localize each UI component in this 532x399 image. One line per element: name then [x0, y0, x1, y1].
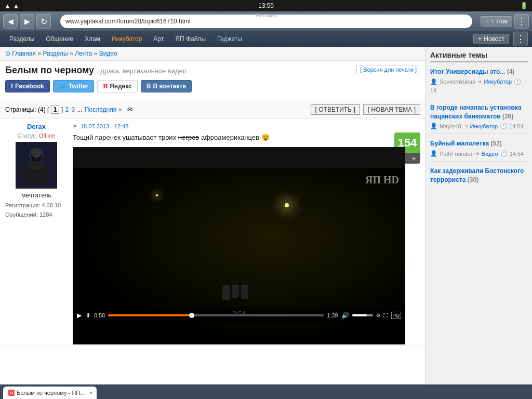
person-icon-3: 👤 [430, 150, 437, 157]
nav-more-button[interactable]: ⋮ [513, 32, 528, 46]
wifi-icon: ▲ ▲ [4, 2, 19, 10]
yandex-share-button[interactable]: Я Яндекс [97, 80, 137, 92]
post-area: Derax Статус: Offline меч [0, 118, 425, 346]
active-tab[interactable]: Я Белым по черному - ЯП... ✕ [3, 387, 97, 399]
avatar [16, 142, 57, 189]
sidebar-topic-2: В городе началась установка пацанских ба… [430, 103, 528, 135]
forward-button[interactable]: ▶ [20, 14, 34, 29]
article-subtitle: , драка, вертикальное видео [97, 67, 187, 75]
messages-count: Сообщений: 1284 [5, 210, 68, 220]
avatar-image [16, 142, 57, 189]
breadcrumb-home[interactable]: Главная [12, 50, 36, 57]
main-container: ⊙ Главная » Разделы » Лента » Видео [ Ве… [0, 47, 532, 384]
refresh-button[interactable]: ↻ [36, 14, 51, 29]
nav-hlam[interactable]: Хлам [79, 33, 105, 45]
person-icon-2: 👤 [430, 123, 437, 129]
reply-button[interactable]: [ ОТВЕТИТЬ ] [311, 104, 360, 115]
breadcrumb-razd[interactable]: Разделы [43, 50, 68, 57]
nav-art[interactable]: Арт [148, 33, 169, 45]
browser-toolbar: Реклама ◀ ▶ ↻ www.yaplakal.com/forum28/t… [0, 11, 532, 31]
reg-date: Регистрация: 4.08.10 [5, 201, 68, 210]
post-text-strike: негров [178, 134, 200, 141]
page-3-link[interactable]: 3 [71, 106, 75, 113]
volume-icon[interactable]: 🔊 [341, 312, 349, 319]
nav-gadgets[interactable]: Гаджеты [212, 33, 247, 45]
status-time: 13:55 [258, 2, 274, 9]
facebook-icon: f [11, 83, 13, 90]
breadcrumb-video[interactable]: Видео [99, 50, 117, 57]
share-buttons: f Facebook 🐦 Twitter Я Яндекс В В контак… [5, 80, 420, 92]
url-text: www.yaplakal.com/forum28/topic616710.htm… [65, 18, 191, 25]
breadcrumb-lenta[interactable]: Лента [75, 50, 92, 57]
progress-fill [108, 314, 194, 316]
vkontakte-label: В контакте [153, 83, 186, 90]
print-version-link[interactable]: [ Версия для печати ] [356, 65, 420, 74]
hq-icon[interactable]: HQ [391, 312, 402, 319]
content-area: ⊙ Главная » Разделы » Лента » Видео [ Ве… [0, 47, 425, 384]
video-player[interactable]: ЯП HD 0:54 ▶ ⏸ 0:58 1:39 🔊 [73, 147, 405, 324]
nav-menu: Разделы Общение Хлам Инкубатор Арт ЯП Фа… [0, 31, 532, 47]
pages-label: Страницы: [5, 106, 36, 113]
nav-obsh[interactable]: Общение [41, 33, 78, 45]
new-tab-button[interactable]: + + Нов [481, 16, 512, 26]
sidebar-topic-2-title[interactable]: В городе началась установка пацанских ба… [430, 103, 528, 121]
pagination: Страницы: (4) [ 1 ] 2 3 ... Последняя » … [0, 101, 425, 118]
yandex-icon: Я [103, 83, 108, 90]
tab-label: Белым по черному - ЯП... [17, 390, 85, 396]
nav-yapfiles[interactable]: ЯП Файлы [170, 33, 211, 45]
watermark: ЯП HD [365, 174, 399, 186]
facebook-label: Facebook [15, 83, 44, 90]
clock-icon-3: 🕐 [500, 150, 508, 157]
sidebar-topic-1: Итог Универсиады это... (4) 👤 Sovsemkuku… [430, 68, 528, 98]
plus-small-icon: + [478, 35, 482, 43]
nav-inkubator[interactable]: Инкубатор [107, 33, 148, 45]
page-2-link[interactable]: 2 [65, 106, 69, 113]
sidebar-topic-2-meta: 👤 MayIz48 ➜ Инкубатор 🕐 14:54 [430, 123, 528, 129]
post-date: 18.07.2013 - 12:48 [81, 123, 128, 129]
video-controls: ▶ ⏸ 0:58 1:39 🔊 ⚙ ⛶ [73, 307, 405, 324]
tab-close-button[interactable]: ✕ [89, 390, 93, 396]
username[interactable]: Derax [5, 123, 68, 130]
more-button[interactable]: ⋮ [514, 14, 529, 29]
new-topic-button[interactable]: [ НОВАЯ ТЕМА ] [363, 104, 420, 115]
clock-icon-2: 🕐 [500, 123, 507, 129]
total-time: 1:39 [327, 312, 338, 318]
settings-icon[interactable]: ⚙ [376, 313, 380, 318]
nav-razd[interactable]: Разделы [4, 33, 39, 45]
post-meta: ➤ 18.07.2013 - 12:48 [73, 123, 420, 129]
volume-bar[interactable] [352, 314, 373, 316]
current-page[interactable]: 1 [51, 105, 60, 114]
article-header: [ Версия для печати ] Белым по черному ,… [0, 61, 425, 101]
sidebar-topic-3-title[interactable]: Буйный малолетка (52) [430, 139, 528, 148]
twitter-share-button[interactable]: 🐦 Twitter [53, 80, 94, 92]
envelope-icon: ✉ [127, 106, 132, 113]
facebook-share-button[interactable]: f Facebook [5, 80, 50, 92]
user-status: Статус: Offline [5, 132, 68, 139]
progress-bar[interactable] [108, 314, 324, 316]
last-page-link[interactable]: Последняя » [85, 106, 122, 113]
svg-point-3 [32, 149, 41, 158]
home-icon: ⊙ [5, 50, 10, 57]
progress-dot [189, 313, 194, 318]
clock-icon-1: 🕐 [514, 78, 521, 85]
sidebar: Активные темы Итог Универсиады это... (4… [425, 47, 532, 384]
elapsed-time: 0:58 [94, 312, 105, 318]
status-value: Offline [39, 132, 56, 139]
emoji-icon: 😵 [261, 134, 270, 141]
nav-novosti-button[interactable]: + Новост [473, 34, 509, 44]
pause-button[interactable]: ⏸ [85, 312, 91, 319]
fullscreen-icon[interactable]: ⛶ [383, 313, 388, 318]
vkontakte-share-button[interactable]: В В контакте [141, 80, 192, 92]
back-button[interactable]: ◀ [3, 14, 18, 29]
sidebar-topic-3-meta: 👤 PathFounder ➜ Видео 🕐 14:54 [430, 150, 528, 157]
adv-label: Реклама [256, 12, 276, 18]
sidebar-topic-4-title[interactable]: Как задерживали Бостонского террориста (… [430, 167, 528, 184]
play-button[interactable]: ▶ [77, 312, 82, 319]
video-light [285, 203, 289, 207]
action-buttons: [ ОТВЕТИТЬ ] [ НОВАЯ ТЕМА ] [311, 104, 420, 115]
tab-icon: Я [8, 390, 15, 396]
battery-icon: 🔋 [520, 2, 528, 9]
sidebar-topic-1-title[interactable]: Итог Универсиады это... (4) [430, 68, 528, 76]
video-figures [222, 285, 248, 300]
vote-plus-button[interactable]: + [407, 153, 420, 164]
